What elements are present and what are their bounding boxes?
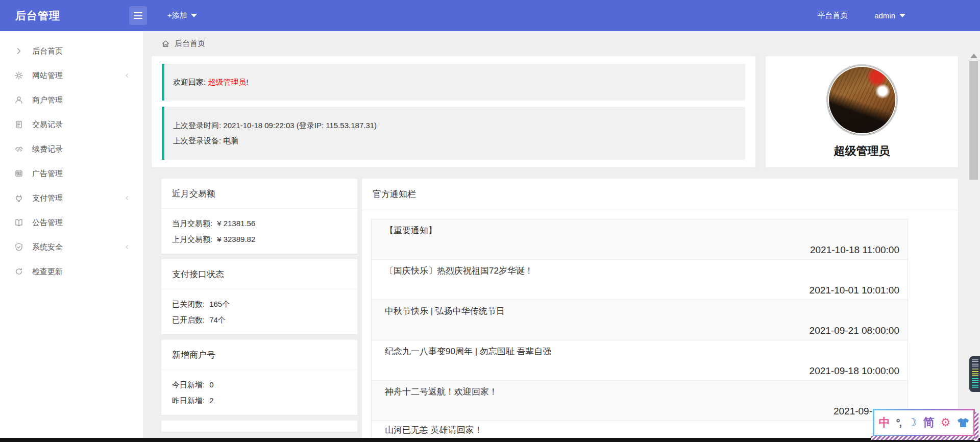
plug-icon bbox=[14, 193, 23, 203]
sidebar: 后台首页 网站管理 商户管理 交易记录 续费记录 广告管理 支付管理 公告管理 … bbox=[0, 31, 143, 442]
document-icon bbox=[14, 120, 23, 129]
add-button-label: +添加 bbox=[167, 11, 187, 20]
notice-board-title: 官方通知栏 bbox=[362, 179, 958, 210]
stripe-meter-gray bbox=[972, 359, 978, 369]
chevron-down-icon bbox=[191, 14, 197, 17]
sidebar-item-dashboard[interactable]: 后台首页 bbox=[0, 39, 143, 63]
last-login-device: 上次登录设备: 电脑 bbox=[173, 133, 745, 149]
user-icon bbox=[14, 95, 23, 105]
home-icon bbox=[161, 39, 170, 48]
admin-username: admin bbox=[874, 11, 895, 20]
sidebar-toggle-button[interactable] bbox=[129, 6, 147, 25]
ime-extension-toolbar[interactable]: 中 °, ☽ 简 ⚙ bbox=[873, 409, 975, 436]
notice-item[interactable]: 神舟十二号返航！欢迎回家！ 2021-09- bbox=[372, 381, 908, 421]
stat-card-title: 支付接口状态 bbox=[161, 259, 357, 289]
stat-row: 今日新增:0 bbox=[172, 377, 347, 392]
stat-row: 上月交易额:¥ 32389.82 bbox=[172, 231, 347, 247]
sidebar-item-announcements[interactable]: 公告管理 bbox=[0, 210, 143, 235]
sidebar-item-website[interactable]: 网站管理 bbox=[0, 63, 143, 88]
sidebar-item-security[interactable]: 系统安全 bbox=[0, 235, 143, 259]
greeting-prefix: 欢迎回家: bbox=[173, 78, 208, 86]
profile-name: 超级管理员 bbox=[834, 143, 890, 159]
topbar: 后台管理 +添加 平台首页 admin bbox=[0, 0, 980, 31]
sidebar-item-payments[interactable]: 支付管理 bbox=[0, 186, 143, 210]
scrollbar-thumb[interactable] bbox=[969, 61, 978, 180]
sidebar-item-transactions[interactable]: 交易记录 bbox=[0, 112, 143, 137]
stat-row: 昨日新增:2 bbox=[172, 392, 347, 408]
notice-item[interactable]: 〔国庆快乐〕热烈庆祝祖国72岁华诞！ 2021-10-01 10:01:00 bbox=[372, 260, 908, 300]
chevron-left-icon bbox=[124, 194, 131, 202]
halfwidth-moon-icon[interactable]: ☽ bbox=[907, 417, 917, 428]
stat-row: 已关闭数:165个 bbox=[172, 296, 347, 312]
edge-color-meter-widget[interactable] bbox=[969, 356, 980, 392]
last-login-time: 上次登录时间: 2021-10-18 09:22:03 (登录IP: 115.5… bbox=[173, 118, 745, 133]
main-content: 后台首页 欢迎回家: 超级管理员! 上次登录时间: 2021-10-18 09:… bbox=[143, 31, 980, 442]
avatar[interactable] bbox=[826, 64, 898, 136]
shield-icon bbox=[14, 242, 23, 252]
sidebar-item-renewals[interactable]: 续费记录 bbox=[0, 137, 143, 161]
greeting-suffix: ! bbox=[246, 78, 248, 86]
menu-icon bbox=[134, 12, 142, 19]
notice-item[interactable]: 【重要通知】 2021-10-18 11:00:00 bbox=[372, 219, 908, 260]
last-login-alert: 上次登录时间: 2021-10-18 09:22:03 (登录IP: 115.5… bbox=[162, 107, 745, 160]
chevron-left-icon bbox=[124, 243, 131, 251]
ad-card-icon bbox=[14, 169, 23, 178]
simplified-chinese-icon[interactable]: 简 bbox=[923, 417, 935, 428]
stats-column: 近月交易额 当月交易额:¥ 21381.56 上月交易额:¥ 32389.82 … bbox=[161, 179, 357, 432]
breadcrumb-home[interactable]: 后台首页 bbox=[175, 39, 205, 48]
chevron-right-icon bbox=[14, 46, 23, 56]
profile-card: 超级管理员 bbox=[766, 56, 958, 167]
stat-row: 当月交易额:¥ 21381.56 bbox=[172, 215, 347, 231]
admin-user-menu[interactable]: admin bbox=[874, 11, 905, 20]
stat-card-title: 近月交易额 bbox=[161, 179, 357, 209]
sidebar-item-check-update[interactable]: 检查更新 bbox=[0, 259, 143, 284]
stat-card-new-merchants: 新增商户号 今日新增:0 昨日新增:2 bbox=[161, 340, 357, 415]
notice-board-card: 官方通知栏 【重要通知】 2021-10-18 11:00:00 〔国庆快乐〕热… bbox=[362, 179, 958, 442]
toolbar-shadow-hatch bbox=[871, 436, 975, 440]
notice-list: 【重要通知】 2021-10-18 11:00:00 〔国庆快乐〕热烈庆祝祖国7… bbox=[371, 219, 908, 442]
bottom-black-bar bbox=[0, 438, 980, 442]
sidebar-item-merchants[interactable]: 商户管理 bbox=[0, 88, 143, 112]
admin-name: 超级管理员 bbox=[208, 78, 246, 86]
add-dropdown-button[interactable]: +添加 bbox=[167, 0, 197, 31]
breadcrumb: 后台首页 bbox=[143, 31, 980, 56]
stripe-meter-yellow bbox=[972, 370, 978, 376]
welcome-card: 欢迎回家: 超级管理员! 上次登录时间: 2021-10-18 09:22:03… bbox=[152, 56, 755, 167]
chevron-left-icon bbox=[124, 72, 131, 79]
stripe-meter-teal bbox=[972, 377, 978, 389]
stat-card-monthly-volume: 近月交易额 当月交易额:¥ 21381.56 上月交易额:¥ 32389.82 bbox=[161, 179, 357, 254]
chevron-down-icon bbox=[899, 14, 905, 17]
book-icon bbox=[14, 218, 23, 227]
stat-row: 已开启数:74个 bbox=[172, 312, 347, 328]
sidebar-item-ads[interactable]: 广告管理 bbox=[0, 161, 143, 186]
welcome-alert: 欢迎回家: 超级管理员! bbox=[162, 64, 745, 101]
notice-item[interactable]: 纪念九一八事变90周年 | 勿忘国耻 吾辈自强 2021-09-18 10:00… bbox=[372, 340, 908, 381]
refresh-icon bbox=[14, 267, 23, 276]
gear-icon bbox=[14, 71, 23, 80]
app-title: 后台管理 bbox=[15, 9, 60, 23]
platform-home-link[interactable]: 平台首页 bbox=[817, 11, 848, 20]
stat-card-partial bbox=[161, 421, 357, 432]
chinese-mode-icon[interactable]: 中 bbox=[878, 417, 890, 428]
handshake-icon bbox=[14, 144, 23, 154]
tshirt-icon[interactable] bbox=[957, 418, 969, 428]
stat-card-gateway-status: 支付接口状态 已关闭数:165个 已开启数:74个 bbox=[161, 259, 357, 334]
punctuation-mode-icon[interactable]: °, bbox=[896, 418, 901, 428]
stat-card-title: 新增商户号 bbox=[161, 340, 357, 370]
scroll-up-arrow-icon[interactable] bbox=[970, 54, 977, 58]
notice-item[interactable]: 中秋节快乐 | 弘扬中华传统节日 2021-09-21 08:00:00 bbox=[372, 300, 908, 340]
gear-icon[interactable]: ⚙ bbox=[941, 417, 951, 428]
